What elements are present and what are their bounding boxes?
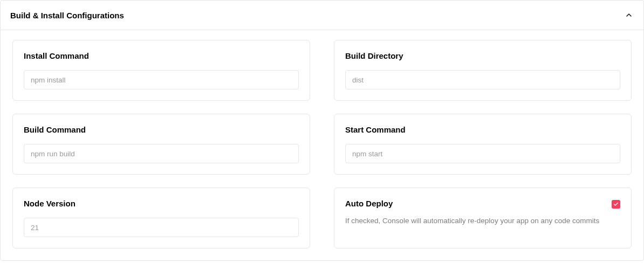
- install-command-label: Install Command: [24, 51, 299, 60]
- node-version-label: Node Version: [24, 199, 299, 208]
- node-version-input[interactable]: [24, 218, 299, 237]
- build-directory-label: Build Directory: [345, 51, 620, 60]
- build-directory-card: Build Directory: [334, 40, 632, 101]
- build-directory-input[interactable]: [345, 70, 620, 89]
- panel-title: Build & Install Configurations: [10, 11, 124, 20]
- auto-deploy-checkbox[interactable]: [612, 200, 620, 209]
- panel-header[interactable]: Build & Install Configurations: [1, 1, 643, 30]
- build-command-input[interactable]: [24, 144, 299, 163]
- build-command-card: Build Command: [12, 114, 310, 175]
- build-command-label: Build Command: [24, 125, 299, 134]
- build-install-configurations-panel: Build & Install Configurations Install C…: [0, 0, 644, 261]
- auto-deploy-description: If checked, Console will automatically r…: [345, 216, 620, 226]
- node-version-card: Node Version: [12, 188, 310, 248]
- install-command-card: Install Command: [12, 40, 310, 101]
- auto-deploy-card: Auto Deploy If checked, Console will aut…: [334, 188, 632, 248]
- start-command-card: Start Command: [334, 114, 632, 175]
- install-command-input[interactable]: [24, 70, 299, 89]
- auto-deploy-label: Auto Deploy: [345, 199, 393, 208]
- start-command-input[interactable]: [345, 144, 620, 163]
- chevron-up-icon: [624, 10, 634, 20]
- check-icon: [613, 202, 619, 207]
- panel-body: Install Command Build Directory Build Co…: [1, 30, 643, 260]
- start-command-label: Start Command: [345, 125, 620, 134]
